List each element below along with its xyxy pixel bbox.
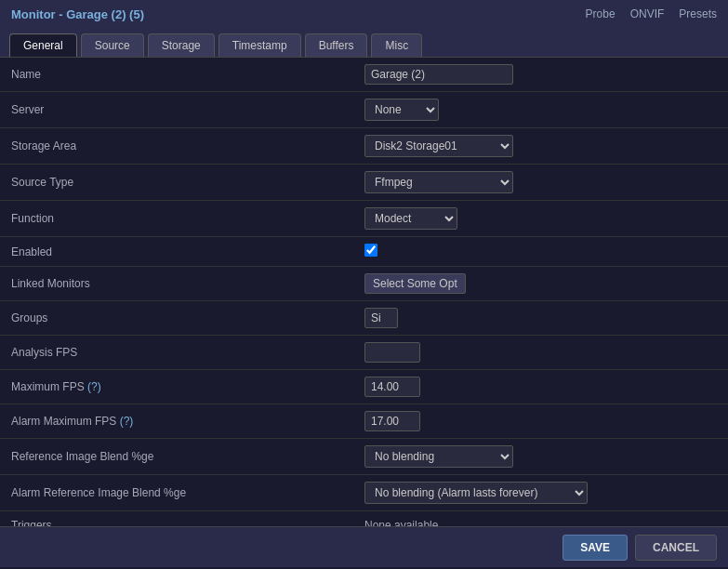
probe-link[interactable]: Probe <box>586 7 615 20</box>
row-maximum-fps: Maximum FPS (?) <box>0 370 728 404</box>
presets-link[interactable]: Presets <box>679 7 717 20</box>
linked-monitors-button[interactable]: Select Some Opt <box>364 273 466 294</box>
row-groups: Groups <box>0 301 728 336</box>
linked-monitors-label: Linked Monitors <box>0 267 353 301</box>
form-table: Name Server None Storage Area Disk2 Stor… <box>0 58 728 526</box>
top-bar-links: Probe ONVIF Presets <box>586 7 717 20</box>
enabled-label: Enabled <box>0 237 353 267</box>
source-type-label: Source Type <box>0 165 353 201</box>
row-alarm-ref-blend: Alarm Reference Image Blend %ge No blend… <box>0 475 728 511</box>
row-linked-monitors: Linked Monitors Select Some Opt <box>0 267 728 301</box>
function-label: Function <box>0 201 353 237</box>
tab-general[interactable]: General <box>9 33 77 57</box>
triggers-value: None available <box>364 519 438 526</box>
tab-timestamp[interactable]: Timestamp <box>218 33 301 57</box>
tab-storage[interactable]: Storage <box>148 33 215 57</box>
ref-blend-label: Reference Image Blend %ge <box>0 439 353 475</box>
maximum-fps-input[interactable] <box>364 377 420 397</box>
row-analysis-fps: Analysis FPS <box>0 336 728 370</box>
storage-area-label: Storage Area <box>0 128 353 165</box>
row-triggers: Triggers None available <box>0 511 728 527</box>
onvif-link[interactable]: ONVIF <box>630 7 665 20</box>
function-select[interactable]: Modect <box>364 207 457 230</box>
tabs-row: General Source Storage Timestamp Buffers… <box>0 28 728 58</box>
ref-blend-select[interactable]: No blending <box>364 445 513 468</box>
content-area: Name Server None Storage Area Disk2 Stor… <box>0 58 728 526</box>
maximum-fps-label: Maximum FPS (?) <box>0 370 353 404</box>
row-enabled: Enabled <box>0 237 728 267</box>
triggers-label: Triggers <box>0 511 353 527</box>
row-source-type: Source Type Ffmpeg <box>0 165 728 201</box>
alarm-maximum-fps-input[interactable] <box>364 411 420 431</box>
tab-misc[interactable]: Misc <box>371 33 422 57</box>
window-title: Monitor - Garage (2) (5) <box>11 7 144 21</box>
groups-label: Groups <box>0 301 353 336</box>
groups-input[interactable] <box>364 308 398 328</box>
cancel-button[interactable]: CANCEL <box>635 535 717 561</box>
analysis-fps-input[interactable] <box>364 342 420 363</box>
footer-bar: SAVE CANCEL <box>0 526 728 567</box>
row-alarm-maximum-fps: Alarm Maximum FPS (?) <box>0 404 728 439</box>
source-type-select[interactable]: Ffmpeg <box>364 171 513 193</box>
alarm-ref-blend-label: Alarm Reference Image Blend %ge <box>0 475 353 511</box>
maximum-fps-help[interactable]: (?) <box>87 380 101 393</box>
alarm-ref-blend-select[interactable]: No blending (Alarm lasts forever) <box>364 482 588 504</box>
row-server: Server None <box>0 92 728 128</box>
alarm-maximum-fps-help[interactable]: (?) <box>120 415 134 428</box>
server-select[interactable]: None <box>364 99 439 121</box>
alarm-maximum-fps-label: Alarm Maximum FPS (?) <box>0 404 353 439</box>
top-bar: Monitor - Garage (2) (5) Probe ONVIF Pre… <box>0 0 728 28</box>
name-label: Name <box>0 58 353 92</box>
row-name: Name <box>0 58 728 92</box>
row-storage-area: Storage Area Disk2 Storage01 <box>0 128 728 165</box>
row-function: Function Modect <box>0 201 728 237</box>
analysis-fps-label: Analysis FPS <box>0 336 353 370</box>
tab-buffers[interactable]: Buffers <box>305 33 368 57</box>
enabled-checkbox[interactable] <box>364 244 377 257</box>
server-label: Server <box>0 92 353 128</box>
tab-source[interactable]: Source <box>81 33 144 57</box>
row-ref-blend: Reference Image Blend %ge No blending <box>0 439 728 475</box>
storage-area-select[interactable]: Disk2 Storage01 <box>364 135 513 157</box>
name-input[interactable] <box>364 64 513 85</box>
save-button[interactable]: SAVE <box>563 535 628 561</box>
